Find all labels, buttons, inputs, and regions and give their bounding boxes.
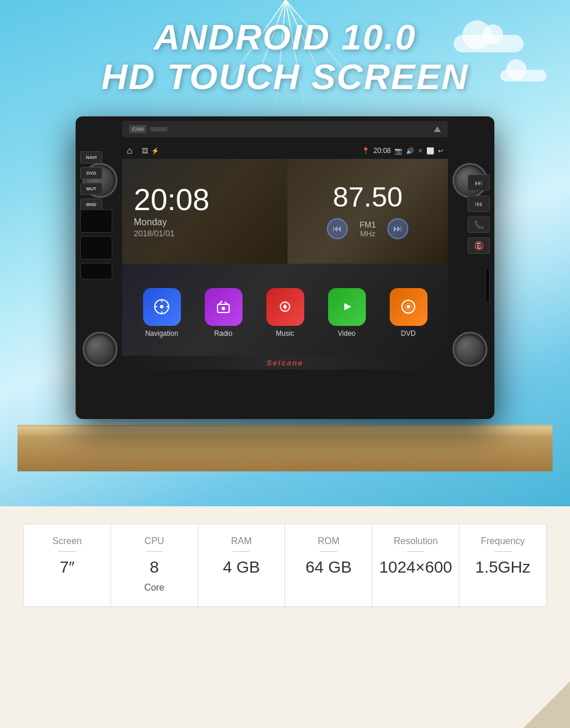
- car-unit: CAM NAVI DVD MUT BND: [76, 116, 494, 454]
- radio-app-icon: [205, 288, 243, 326]
- spec-cpu-value: 8 Core: [144, 559, 165, 595]
- location-icon: 📍: [362, 147, 370, 155]
- svg-point-1: [160, 305, 163, 308]
- spec-frequency-divider: [494, 551, 512, 552]
- skip-forward-icon: ⏭: [475, 178, 483, 187]
- app-dvd-label: DVD: [401, 329, 415, 338]
- bnd-button[interactable]: BND: [80, 198, 102, 211]
- shelf: [17, 425, 553, 471]
- spec-frequency-value: 1.5GHz: [475, 559, 530, 577]
- top-bar-triangle-icon: [434, 126, 441, 132]
- dvd-app-icon: [390, 288, 428, 326]
- left-knob-bottom[interactable]: [83, 332, 117, 367]
- spec-screen-label: Screen: [52, 536, 82, 546]
- title-line1: ANDROID 10.0: [0, 17, 570, 57]
- hero-title: ANDROID 10.0 HD TOUCH SCREEN: [0, 17, 570, 97]
- skip-back-icon: ⏮: [475, 199, 483, 208]
- spec-cpu-divider: [145, 551, 163, 552]
- radio-frequency: 87.50: [333, 183, 402, 211]
- unit-top-bar: CAM: [122, 121, 448, 137]
- image-icon: 🖼: [142, 147, 148, 155]
- navi-button[interactable]: NAVI: [80, 151, 102, 164]
- close-icon: ✕: [418, 147, 423, 155]
- left-buttons: NAVI DVD MUT BND: [80, 151, 102, 211]
- left-holes: [80, 209, 112, 283]
- android-screen[interactable]: ⌂ 🖼 ⚡ 📍 20:08 📷 🔊 ✕ ⬜ ↩: [122, 143, 448, 370]
- clock-section: 20:08 Monday 2018/01/01: [122, 159, 288, 264]
- clock-day: Monday: [134, 217, 276, 228]
- phone-hang-button[interactable]: 📵: [468, 237, 490, 254]
- video-app-icon: [328, 288, 366, 326]
- home-icon[interactable]: ⌂: [127, 145, 137, 156]
- spec-rom: ROM 64 GB: [285, 524, 372, 607]
- specs-grid: Screen 7″ CPU 8 Core RAM 4 GB ROM 64 GB …: [23, 524, 547, 607]
- phone-answer-icon: 📞: [474, 220, 484, 229]
- radio-section: 87.50 ⏮ FM1 MHz ⏭: [288, 159, 448, 264]
- spec-frequency: Frequency 1.5GHz: [459, 524, 547, 607]
- radio-unit: MHz: [359, 229, 376, 238]
- spec-rom-value: 64 GB: [305, 559, 351, 577]
- app-video-label: Video: [338, 329, 355, 338]
- spec-ram: RAM 4 GB: [198, 524, 286, 607]
- right-knob-bottom[interactable]: [453, 332, 487, 367]
- clock-date: 2018/01/01: [134, 229, 276, 238]
- right-slot: [485, 268, 490, 303]
- app-video[interactable]: Video: [328, 288, 366, 338]
- specs-section: Screen 7″ CPU 8 Core RAM 4 GB ROM 64 GB …: [0, 506, 570, 728]
- back-icon: ↩: [438, 147, 443, 155]
- right-holes: [485, 268, 490, 303]
- spec-ram-divider: [233, 551, 250, 552]
- usb-icon: ⚡: [151, 147, 159, 155]
- status-time: 20:08: [373, 147, 391, 155]
- spec-ram-label: RAM: [231, 536, 252, 546]
- phone-answer-button[interactable]: 📞: [468, 216, 490, 233]
- app-music-label: Music: [276, 329, 294, 338]
- seicane-watermark: Seicane: [266, 358, 303, 367]
- svg-point-8: [407, 305, 410, 308]
- spec-frequency-label: Frequency: [481, 536, 525, 546]
- right-buttons: ⏭ ⏮ 📞 📵: [468, 175, 490, 254]
- hole-3: [80, 263, 112, 279]
- volume-icon: 🔊: [406, 147, 414, 155]
- spec-cpu-unit: Core: [144, 583, 165, 592]
- svg-point-3: [222, 307, 225, 310]
- radio-prev-button[interactable]: ⏮: [327, 218, 348, 239]
- nav-icon: [143, 288, 181, 326]
- app-radio[interactable]: Radio: [205, 288, 243, 338]
- hole-1: [80, 209, 112, 233]
- spec-screen: Screen 7″: [23, 524, 111, 607]
- spec-cpu-label: CPU: [144, 536, 164, 546]
- mut-button[interactable]: MUT: [80, 183, 102, 195]
- hole-2: [80, 236, 112, 260]
- app-music[interactable]: Music: [266, 288, 304, 338]
- camera-icon: 📷: [394, 147, 402, 155]
- cam-label: CAM: [129, 125, 147, 133]
- skip-back-button[interactable]: ⏮: [468, 196, 490, 212]
- spec-resolution: Resolution 1024×600: [372, 524, 459, 607]
- spec-ram-value: 4 GB: [223, 559, 260, 577]
- dvd-button[interactable]: DVD: [80, 167, 102, 179]
- app-radio-label: Radio: [214, 329, 232, 338]
- apps-row: Navigation Radio Music: [122, 264, 448, 356]
- app-navigation[interactable]: Navigation: [143, 288, 181, 338]
- unit-frame: CAM NAVI DVD MUT BND: [76, 116, 494, 419]
- app-nav-label: Navigation: [145, 329, 179, 338]
- radio-info: FM1 MHz: [359, 220, 376, 238]
- radio-band: FM1: [359, 220, 376, 229]
- window-icon: ⬜: [426, 147, 434, 155]
- spec-resolution-label: Resolution: [394, 536, 438, 546]
- spec-screen-divider: [58, 551, 76, 552]
- svg-marker-6: [344, 303, 351, 310]
- skip-forward-button[interactable]: ⏭: [468, 175, 490, 191]
- phone-hang-icon: 📵: [474, 241, 484, 250]
- spec-screen-value: 7″: [60, 559, 74, 577]
- spec-resolution-divider: [407, 551, 425, 552]
- spec-rom-label: ROM: [318, 536, 339, 546]
- title-line2: HD TOUCH SCREEN: [0, 57, 570, 97]
- hero-section: ANDROID 10.0 HD TOUCH SCREEN CAM NAVI DV…: [0, 0, 570, 506]
- app-dvd[interactable]: DVD: [390, 288, 428, 338]
- spec-cpu: CPU 8 Core: [111, 524, 198, 607]
- music-app-icon: [266, 288, 304, 326]
- radio-next-button[interactable]: ⏭: [387, 218, 408, 239]
- seicane-bar: Seicane: [122, 356, 448, 370]
